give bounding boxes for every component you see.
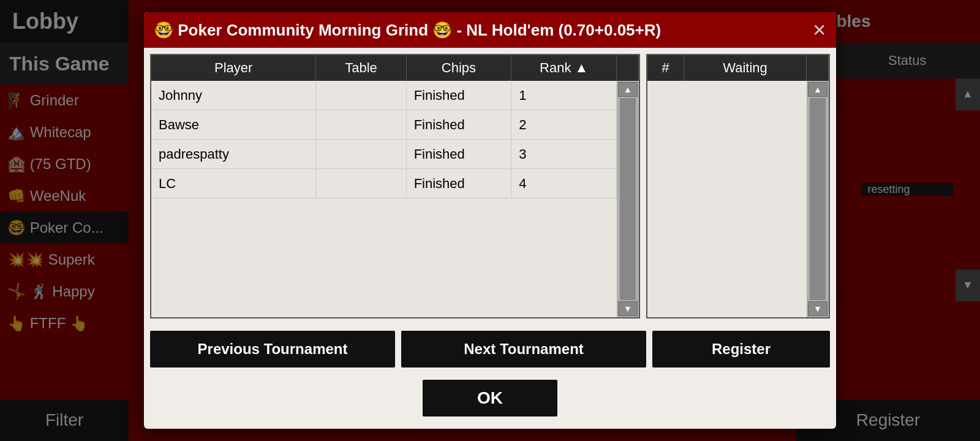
modal-close-button[interactable]: ✕ [812,20,826,40]
table-data-area: Johnny Finished 1 Bawse Finished 2 [151,81,639,317]
waiting-data-area: ▲ ▼ [647,81,829,317]
th-rank: Rank ▲ [511,55,617,81]
table-row: LC Finished 4 [151,169,617,198]
waiting-table: # Waiting ▲ ▼ [646,54,830,318]
rank-cell-3: 3 [511,140,617,168]
table-cell-1 [316,81,406,110]
scroll-up-button[interactable]: ▲ [618,82,638,97]
chips-cell-4: Finished [407,169,512,198]
waiting-scroll-up-button[interactable]: ▲ [808,82,827,97]
ok-row: OK [144,374,836,429]
table-rows-col: Johnny Finished 1 Bawse Finished 2 [151,81,617,317]
player-cell-2: Bawse [151,110,316,139]
action-buttons-row: Previous Tournament Next Tournament Regi… [144,325,836,374]
modal-title: 🤓 Poker Community Morning Grind 🤓 - NL H… [154,21,661,40]
waiting-rows-col [647,81,807,317]
chips-cell-3: Finished [407,140,512,168]
waiting-scroll-thumb [810,98,826,300]
rank-cell-2: 2 [511,110,617,139]
chips-cell-2: Finished [407,110,512,139]
scroll-thumb [620,98,636,300]
table-row: padrespatty Finished 3 [151,140,617,169]
waiting-table-header: # Waiting [647,55,829,81]
prev-tournament-button[interactable]: Previous Tournament [150,331,395,368]
th-player: Player [151,55,316,81]
th-waiting: Waiting [684,55,807,81]
register-button[interactable]: Register [652,331,830,368]
table-header: Player Table Chips Rank ▲ [151,55,639,81]
table-cell-4 [316,169,406,198]
next-tournament-button[interactable]: Next Tournament [401,331,646,368]
ok-button[interactable]: OK [423,380,557,417]
chips-cell-1: Finished [407,81,512,110]
waiting-scroll-down-button[interactable]: ▼ [808,301,827,316]
player-cell-3: padrespatty [151,140,316,168]
waiting-table-scrollbar: ▲ ▼ [807,81,829,317]
th-num: # [647,55,684,81]
player-cell-1: Johnny [151,81,316,110]
tables-area: Player Table Chips Rank ▲ [144,48,836,325]
modal-titlebar: 🤓 Poker Community Morning Grind 🤓 - NL H… [144,12,836,48]
th-waiting-scroll [807,55,829,81]
table-cell-3 [316,140,406,168]
scroll-down-button[interactable]: ▼ [618,301,638,316]
left-table-scrollbar: ▲ ▼ [617,81,639,317]
player-cell-4: LC [151,169,316,198]
rank-cell-4: 4 [511,169,617,198]
table-cell-2 [316,110,406,139]
modal-body: Player Table Chips Rank ▲ [144,48,836,429]
th-scroll [617,55,639,81]
th-chips: Chips [407,55,512,81]
rank-cell-1: 1 [511,81,617,110]
tournament-modal: 🤓 Poker Community Morning Grind 🤓 - NL H… [144,12,836,429]
left-table: Player Table Chips Rank ▲ [150,54,640,318]
table-row: Johnny Finished 1 [151,81,617,110]
modal-overlay: 🤓 Poker Community Morning Grind 🤓 - NL H… [0,0,980,441]
table-row: Bawse Finished 2 [151,110,617,140]
th-table: Table [316,55,406,81]
